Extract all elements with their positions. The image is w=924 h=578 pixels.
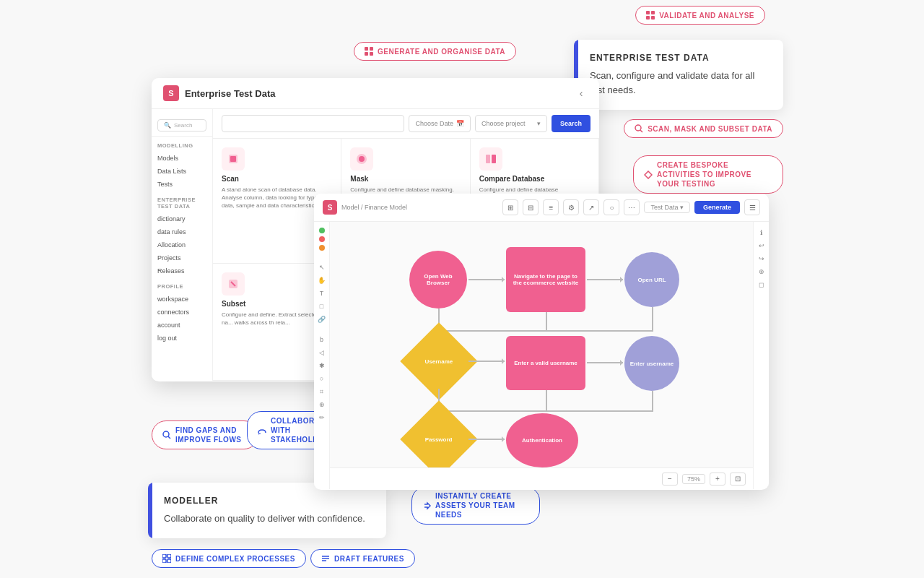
- fit-button[interactable]: ⊡: [730, 473, 746, 486]
- modeller-card: MODELLER Collaborate on quality to deliv…: [148, 483, 386, 539]
- right-tool-1[interactable]: ℹ: [757, 228, 767, 238]
- tool-shape[interactable]: □: [317, 301, 327, 311]
- svg-rect-1: [651, 11, 655, 14]
- right-tool-4[interactable]: ⊕: [757, 267, 767, 277]
- findgaps-button[interactable]: FIND GAPS AND IMPROVE FLOWS: [152, 420, 258, 449]
- etd-search-input[interactable]: 🔍 Search: [157, 119, 206, 131]
- fm-breadcrumb: Model / Finance Model: [341, 204, 407, 211]
- instantly-button[interactable]: INSTANTLY CREATE ASSETS YOUR TEAM NEEDS: [411, 486, 540, 525]
- enterprise-card-text: Scan, configure and validate data for al…: [590, 69, 772, 97]
- enterprise-card-title: ENTERPRISE TEST DATA: [590, 53, 772, 63]
- etd-toolbar-date[interactable]: Choose Date 📅: [409, 115, 471, 132]
- svg-rect-15: [162, 559, 166, 563]
- vline-2: [546, 312, 547, 330]
- right-tool-3[interactable]: ↪: [757, 254, 767, 264]
- tool-cursor[interactable]: ↖: [317, 262, 327, 272]
- etd-toolbar-search[interactable]: [222, 115, 404, 132]
- grid-icon: [646, 11, 655, 20]
- sidebar-item-releases[interactable]: Releases: [152, 264, 212, 277]
- fm-icon-grid[interactable]: ⊞: [502, 199, 518, 215]
- node-navigate: Navigate to the page to the ecommerce we…: [506, 247, 585, 312]
- node-password-label: Password: [422, 433, 456, 445]
- tool-5[interactable]: ⌗: [317, 387, 327, 397]
- zoom-out-button[interactable]: −: [662, 473, 678, 486]
- svg-rect-16: [167, 559, 171, 563]
- svg-rect-5: [370, 47, 373, 51]
- zoom-level: 75%: [682, 474, 705, 484]
- modeller-card-title: MODELLER: [164, 496, 365, 506]
- sidebar-item-allocation[interactable]: Allocation: [152, 238, 212, 251]
- sidebar-item-tests[interactable]: Tests: [152, 178, 212, 191]
- draftfeatures-label: DRAFT FEATURES: [334, 555, 404, 563]
- tool-2[interactable]: ◁: [317, 348, 327, 358]
- subset-icon-svg: [227, 277, 240, 290]
- node-username-label: Username: [422, 355, 456, 368]
- fm-titlebar: S Model / Finance Model ⊞ ⊟ ≡ ⚙ ↗ ○ ⋯ Te…: [314, 194, 769, 222]
- sidebar-item-logout[interactable]: log out: [152, 332, 212, 345]
- sidebar-item-workspace[interactable]: workspace: [152, 293, 212, 306]
- fm-icon-share[interactable]: ↗: [583, 199, 599, 215]
- fm-canvas[interactable]: Open Web Browser Navigate to the page to…: [330, 222, 753, 489]
- tool-6[interactable]: ⊕: [317, 400, 327, 410]
- node-enter-username: Enter username: [624, 336, 679, 391]
- node-password-diamond-outer: Password: [400, 400, 477, 478]
- node-authentication: Authentication: [506, 413, 578, 467]
- tool-3[interactable]: ✱: [317, 361, 327, 371]
- sidebar-item-projects[interactable]: Projects: [152, 251, 212, 264]
- definecomplex-icon: [162, 554, 171, 563]
- validate-analyse-button[interactable]: VALIDATE AND ANALYSE: [635, 6, 765, 25]
- sidebar-item-account[interactable]: account: [152, 319, 212, 332]
- fm-icon-hamburger[interactable]: ☰: [744, 199, 760, 215]
- arrow-d-ev: [468, 361, 505, 362]
- svg-point-8: [635, 125, 641, 131]
- etd-window-title: Enterprise Test Data: [185, 88, 569, 99]
- mask-icon-svg: [355, 152, 368, 165]
- fm-generate-button[interactable]: Generate: [694, 201, 740, 214]
- fm-icon-table[interactable]: ⊟: [523, 199, 539, 215]
- svg-line-12: [168, 436, 170, 439]
- sidebar-item-datalists[interactable]: Data Lists: [152, 165, 212, 178]
- etd-search-button[interactable]: Search: [552, 115, 590, 132]
- fm-icon-comment[interactable]: ○: [603, 199, 619, 215]
- right-tool-2[interactable]: ↩: [757, 241, 767, 251]
- zoom-in-button[interactable]: +: [710, 473, 725, 486]
- fm-icon-list[interactable]: ≡: [543, 199, 559, 215]
- etd-collapse-button[interactable]: ‹: [575, 87, 588, 100]
- tool-dot-orange: [319, 245, 325, 251]
- draftfeatures-button[interactable]: DRAFT FEATURES: [310, 549, 415, 568]
- vline-3: [652, 307, 653, 330]
- sidebar-item-connectors[interactable]: connectors: [152, 306, 212, 319]
- tool-text[interactable]: T: [317, 288, 327, 298]
- tool-link[interactable]: 🔗: [317, 314, 327, 324]
- definecomplex-button[interactable]: DEFINE COMPLEX PROCESSES: [152, 549, 306, 568]
- etd-sidebar: 🔍 Search MODELLING Models Data Lists Tes…: [152, 109, 213, 381]
- scan-icon-svg: [227, 152, 240, 165]
- modeller-card-text: Collaborate on quality to deliver with c…: [164, 512, 365, 526]
- svg-rect-21: [230, 156, 236, 162]
- tool-hand[interactable]: ✋: [317, 275, 327, 285]
- scan-mask-button[interactable]: SCAN, MASK AND SUBSET DATA: [624, 119, 783, 138]
- svg-line-9: [640, 130, 642, 132]
- tool-edit[interactable]: ✏: [317, 413, 327, 423]
- fm-logo: S: [323, 200, 337, 215]
- right-tool-5[interactable]: ◻: [757, 280, 767, 290]
- fm-icon-more[interactable]: ⋯: [624, 199, 640, 215]
- etd-search-bar: 🔍 Search: [152, 115, 212, 137]
- sidebar-item-datarules[interactable]: data rules: [152, 225, 212, 238]
- svg-marker-10: [645, 171, 652, 178]
- etd-titlebar: S Enterprise Test Data ‹: [152, 78, 599, 109]
- etd-toolbar-project[interactable]: Choose project ▾: [475, 115, 547, 132]
- bespoke-button[interactable]: CREATE BESPOKE ACTIVITIES TO IMPROVE YOU…: [633, 155, 783, 194]
- fm-icon-settings[interactable]: ⚙: [563, 199, 579, 215]
- tool-4[interactable]: ○: [317, 374, 327, 384]
- generate-organise-button[interactable]: GENERATE AND ORGANISE DATA: [354, 42, 516, 61]
- sidebar-item-dictionary[interactable]: dictionary: [152, 212, 212, 225]
- fm-test-data[interactable]: Test Data ▾: [644, 202, 690, 213]
- profile-section-label: PROFILE: [152, 277, 212, 293]
- svg-point-11: [163, 431, 169, 437]
- arrow-1-2: [468, 279, 505, 280]
- sidebar-item-models[interactable]: Models: [152, 152, 212, 165]
- tool-1[interactable]: b: [317, 335, 327, 345]
- project-placeholder: Choose project: [481, 120, 526, 127]
- svg-rect-25: [492, 155, 496, 163]
